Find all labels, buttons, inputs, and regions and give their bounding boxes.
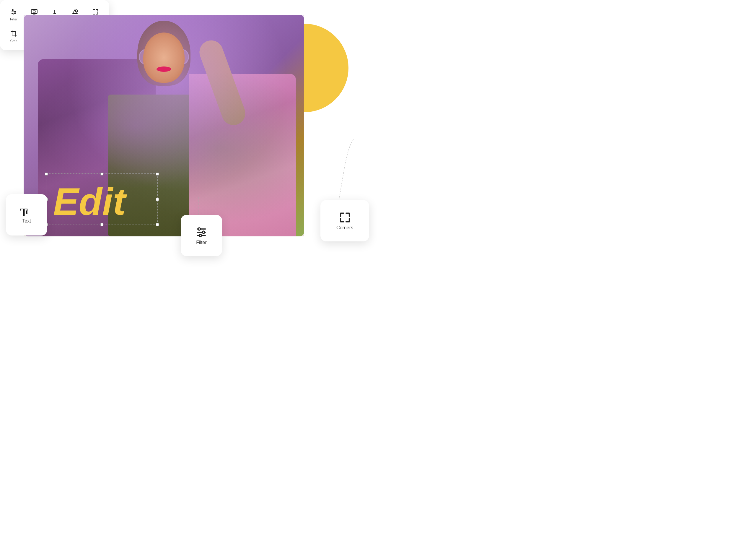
toolbar-item-filter[interactable]: Filter <box>5 5 23 24</box>
face <box>143 32 185 83</box>
corners-card-icon <box>338 211 351 224</box>
handle-bottom-right[interactable] <box>156 223 159 226</box>
scene: Edit <box>0 0 378 268</box>
svg-text:t: t <box>26 207 28 216</box>
lips <box>157 66 171 72</box>
filter-card-icon <box>195 226 208 239</box>
filter-icon <box>10 8 17 16</box>
toolbar-filter-label: Filter <box>10 17 17 21</box>
toolbar-crop-label: Crop <box>10 39 17 43</box>
handle-top-left[interactable] <box>45 173 48 176</box>
svg-point-3 <box>12 10 13 11</box>
handle-bottom-mid[interactable] <box>100 223 103 226</box>
selection-box <box>46 174 158 225</box>
text-floating-card[interactable]: T t Text <box>6 194 47 236</box>
handle-top-right[interactable] <box>156 173 159 176</box>
filter-floating-card[interactable]: Filter <box>181 215 222 256</box>
text-card-icon: T t <box>19 206 34 218</box>
svg-point-23 <box>198 228 201 230</box>
svg-point-5 <box>13 13 14 14</box>
filter-card-label: Filter <box>196 240 207 245</box>
toolbar-item-crop[interactable]: Crop <box>5 26 23 46</box>
handle-mid-right[interactable] <box>156 198 159 201</box>
corners-floating-card[interactable]: Corners <box>320 200 369 241</box>
svg-point-4 <box>15 11 16 13</box>
svg-point-25 <box>199 234 202 237</box>
corners-card-label: Corners <box>336 225 353 230</box>
filter-connector-line <box>198 197 199 215</box>
text-card-label: Text <box>22 218 31 224</box>
crop-icon <box>10 29 17 38</box>
svg-rect-6 <box>31 10 37 14</box>
svg-point-24 <box>202 231 205 233</box>
handle-top-mid[interactable] <box>100 173 103 176</box>
